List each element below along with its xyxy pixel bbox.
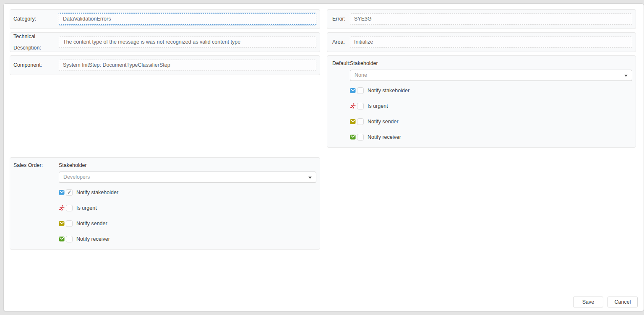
sales-order-checkbox-list: Notify stakeholder Is urgent Notify send…: [59, 189, 316, 242]
checkbox-label: Is urgent: [368, 103, 388, 109]
area-input[interactable]: Initialize: [350, 36, 632, 48]
area-panel: Area: Initialize: [327, 32, 636, 52]
error-label: Error:: [332, 13, 350, 25]
sales-order-stakeholder-dropdown[interactable]: Developers: [59, 172, 316, 183]
mail-blue-icon: [350, 88, 356, 94]
sales-order-notify-receiver-row[interactable]: Notify receiver: [59, 236, 316, 242]
checkbox-label: Notify sender: [76, 221, 107, 226]
checkbox-label: Notify stakeholder: [76, 190, 118, 195]
checkbox-label: Is urgent: [76, 205, 97, 211]
checkbox-label: Notify receiver: [76, 236, 110, 242]
form-actions: Save Cancel: [573, 297, 638, 307]
sales-order-notify-sender-checkbox[interactable]: [66, 220, 73, 227]
save-button[interactable]: Save: [573, 297, 603, 307]
mail-blue-icon: [59, 190, 65, 195]
sales-order-label: Sales Order:: [13, 162, 59, 169]
chevron-down-icon: [308, 177, 312, 179]
sales-order-notify-stakeholder-row[interactable]: Notify stakeholder: [59, 189, 316, 196]
error-input[interactable]: SYE3G: [350, 13, 632, 25]
technical-description-input[interactable]: The content type of the message is was n…: [59, 36, 316, 48]
category-label: Category:: [13, 13, 59, 25]
category-panel: Category: DataValidationErrors: [10, 9, 320, 29]
component-label: Component:: [13, 60, 59, 71]
left-column: Category: DataValidationErrors Technical…: [10, 9, 320, 253]
default-stakeholder-dropdown[interactable]: None: [350, 70, 632, 81]
sales-order-notify-receiver-checkbox[interactable]: [66, 236, 73, 242]
checkbox-label: Notify receiver: [368, 134, 401, 140]
error-detail-form: Category: DataValidationErrors Technical…: [3, 3, 644, 311]
cancel-button[interactable]: Cancel: [607, 297, 638, 307]
sales-order-stakeholder-title: Stakeholder: [59, 162, 316, 169]
runner-icon: [350, 103, 356, 109]
component-input[interactable]: System InitStep: DocumentTypeClassifierS…: [59, 60, 316, 71]
checkbox-label: Notify stakeholder: [368, 88, 409, 94]
sales-order-is-urgent-row[interactable]: Is urgent: [59, 205, 316, 211]
default-notify-receiver-checkbox[interactable]: [357, 134, 364, 141]
area-label: Area:: [332, 36, 350, 48]
sales-order-panel: Sales Order: Stakeholder Developers Noti…: [10, 157, 320, 250]
sales-order-notify-sender-row[interactable]: Notify sender: [59, 220, 316, 227]
default-stakeholder-value: None: [355, 72, 367, 78]
right-column: Error: SYE3G Area: Initialize Default: S…: [327, 9, 636, 151]
default-notify-stakeholder-row[interactable]: Notify stakeholder: [350, 87, 632, 94]
sales-order-notify-stakeholder-checkbox[interactable]: [66, 189, 73, 196]
mail-green-icon: [59, 236, 65, 242]
sales-order-is-urgent-checkbox[interactable]: [66, 205, 73, 211]
default-is-urgent-checkbox[interactable]: [357, 103, 364, 109]
default-label: Default:: [332, 60, 350, 67]
default-notify-sender-checkbox[interactable]: [357, 118, 364, 125]
mail-green-icon: [350, 134, 356, 140]
component-panel: Component: System InitStep: DocumentType…: [10, 55, 320, 75]
sales-order-stakeholder-value: Developers: [63, 174, 90, 180]
default-checkbox-list: Notify stakeholder Is urgent Notify send…: [350, 87, 632, 141]
error-panel: Error: SYE3G: [327, 9, 636, 29]
mail-yellow-icon: [59, 221, 65, 226]
default-is-urgent-row[interactable]: Is urgent: [350, 103, 632, 109]
category-input[interactable]: DataValidationErrors: [59, 13, 316, 25]
runner-icon: [59, 205, 65, 211]
default-notify-stakeholder-checkbox[interactable]: [357, 87, 364, 94]
technical-description-panel: Technical Description: The content type …: [10, 32, 320, 52]
technical-description-label: Technical Description:: [13, 31, 59, 54]
default-stakeholder-title: Stakeholder: [350, 60, 632, 67]
default-notify-sender-row[interactable]: Notify sender: [350, 118, 632, 125]
chevron-down-icon: [624, 75, 628, 77]
mail-yellow-icon: [350, 119, 356, 125]
checkbox-label: Notify sender: [368, 119, 399, 125]
default-notify-receiver-row[interactable]: Notify receiver: [350, 134, 632, 141]
default-panel: Default: Stakeholder None Notify stakeho…: [327, 55, 636, 148]
